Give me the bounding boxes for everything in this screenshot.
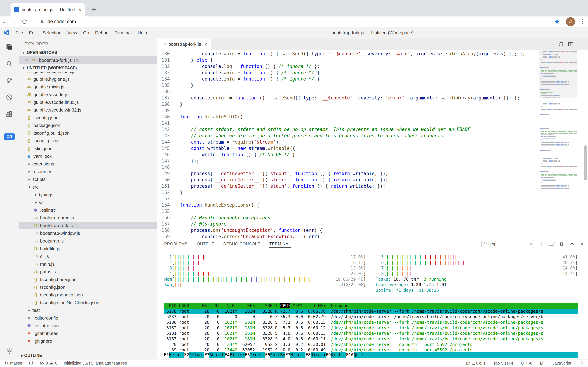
tree-item--mention-bot[interactable]: .mention-bot <box>19 345 157 347</box>
menu-help[interactable]: Help <box>135 30 150 35</box>
tree-item--eslintrc[interactable]: .eslintrc <box>19 206 157 214</box>
browser-menu-icon[interactable] <box>581 18 583 25</box>
url-field[interactable]: ide.coder.com <box>47 19 76 24</box>
tree-item-cli-js[interactable]: JScli.js <box>19 252 157 260</box>
tree-item-extensions[interactable]: ▸extensions <box>19 160 157 168</box>
tree-item-test[interactable]: ▸test <box>19 306 157 314</box>
new-terminal-icon[interactable]: + <box>539 240 543 247</box>
tree-item--gitattributes[interactable]: .gitattributes <box>19 330 157 337</box>
settings-gear-icon[interactable] <box>0 348 19 355</box>
panel-tab-debug-console[interactable]: DEBUG CONSOLE <box>223 240 261 247</box>
tree-item-gulpfile-hygiene-js[interactable]: JSgulpfile.hygiene.js <box>19 75 157 83</box>
encoding[interactable]: UTF-8 <box>521 361 532 366</box>
process-row-5181[interactable]: 5181 root 20 0 1021M 181M 3328 S 4.6 0.6… <box>164 331 578 336</box>
tree-item-vs[interactable]: ▸vs <box>19 199 157 206</box>
fkey-f1[interactable]: F1Help <box>164 352 184 358</box>
minimap[interactable] <box>539 50 578 238</box>
tree-item-bootstrap-window-js[interactable]: JSbootstrap-window.js <box>19 229 157 237</box>
cursor-position[interactable]: Ln 1, Col 1 <box>466 361 486 366</box>
tree-item-package-json[interactable]: {}package.json <box>19 122 157 129</box>
tree-item-yarn-lock[interactable]: yarn.lock <box>19 152 157 160</box>
search-icon[interactable] <box>0 55 18 72</box>
tree-item-bootstrap-amd-js[interactable]: JSbootstrap-amd.js <box>19 214 157 222</box>
git-branch-status[interactable]: master <box>4 361 22 366</box>
fkey-f3[interactable]: F3Search <box>204 352 224 358</box>
workspace-header[interactable]: ▾ UNTITLED (WORKSPACE) <box>19 64 157 72</box>
fkey-f2[interactable]: F2Setup <box>184 352 205 358</box>
tree-item-tsconfig-base-json[interactable]: {}tsconfig.base.json <box>19 275 157 283</box>
menu-view[interactable]: View <box>64 30 80 35</box>
tree-item-bootstrap-fork-js[interactable]: JSbootstrap-fork.js <box>19 222 157 229</box>
open-editors-header[interactable]: ▾ OPEN EDITORS <box>19 49 157 56</box>
kill-terminal-icon[interactable] <box>559 241 564 247</box>
terminal[interactable]: 1[||||||||||||17.8%]2[|||||||||||16.1%]3… <box>157 250 588 359</box>
fkey-f6[interactable]: F6SortBy <box>265 352 285 358</box>
page-scrollbar-thumb[interactable] <box>584 145 587 180</box>
panel-tab-problems[interactable]: PROBLEMS <box>164 240 188 247</box>
tree-item-tsconfig-monaco-json[interactable]: {}tsconfig.monaco.json <box>19 291 157 299</box>
menu-file[interactable]: File <box>13 30 26 35</box>
tab-close-icon[interactable]: × <box>78 7 81 12</box>
menu-terminal[interactable]: Terminal <box>111 30 135 35</box>
fkey-f7[interactable]: F7Nice - <box>285 352 306 358</box>
tree-item--gitignore[interactable]: .gitignore <box>19 337 157 345</box>
tree-item-tsconfig-json[interactable]: {}tsconfig.json <box>19 283 157 291</box>
more-actions-icon[interactable]: … <box>578 41 584 48</box>
split-editor-icon[interactable] <box>568 42 573 47</box>
outline-header[interactable]: ▸ OUTLINE <box>19 352 157 359</box>
process-row-5180[interactable]: 5180 root 20 0 1021M 181M 3328 S 7.3 0.6… <box>164 320 578 325</box>
fkey-f9[interactable]: F9Kill <box>326 352 346 358</box>
open-editor-item[interactable]: × JS bootstrap-fork.js src <box>19 56 157 64</box>
tree-item--eslintrc-json[interactable]: .eslintrc.json <box>19 322 157 330</box>
menu-debug[interactable]: Debug <box>92 30 111 35</box>
back-icon[interactable]: ← <box>0 18 10 25</box>
menu-go[interactable]: Go <box>80 30 92 35</box>
tab-close-icon[interactable]: × <box>204 41 207 47</box>
process-row-5233[interactable]: 5233 root 20 0 0 0 0 Z 36.3 0.0 0:02.79 … <box>164 314 578 320</box>
tree-item-bootstrap-js[interactable]: JSbootstrap.js <box>19 237 157 245</box>
reload-icon[interactable] <box>20 19 29 25</box>
problems-status[interactable]: 0 0 <box>40 361 58 366</box>
terminal-picker[interactable]: 1: htop ▴▾ <box>481 240 534 248</box>
panel-tab-output[interactable]: OUTPUT <box>196 240 215 247</box>
tree-item-gulpfile-mixin-js[interactable]: JSgulpfile.mixin.js <box>19 83 157 91</box>
fkey-f8[interactable]: F8Nice + <box>306 352 326 358</box>
process-row-5178[interactable]: 5178 root 20 0 1021M 181M 3328 R 72.7 0.… <box>164 309 578 314</box>
sync-status-icon[interactable] <box>29 361 33 366</box>
tree-item-tsconfig-json[interactable]: {}tsconfig.json <box>19 137 157 145</box>
new-tab-button[interactable]: + <box>89 5 99 14</box>
process-row-5182[interactable]: 5182 root 20 0 1021M 181M 3328 R 5.3 0.6… <box>164 325 578 331</box>
close-icon[interactable]: × <box>25 58 28 63</box>
fkey-f5[interactable]: F5Tree <box>245 352 265 358</box>
tree-item-gulpfile-vscode-win32-js[interactable]: JSgulpfile.vscode.win32.js <box>19 106 157 114</box>
tree-item-gulpfile-vscode-linux-js[interactable]: JSgulpfile.vscode.linux.js <box>19 98 157 106</box>
tree-item-resources[interactable]: ▸resources <box>19 168 157 175</box>
bookmark-star-icon[interactable] <box>554 19 560 25</box>
process-row-5183[interactable]: 5183 root 20 0 1021M 181M 3328 S 4.0 0.6… <box>164 336 578 342</box>
process-row-20[interactable]: 20 root 20 0 1344M 62052 1952 S 3.3 0.2 … <box>164 342 578 348</box>
close-panel-icon[interactable]: × <box>580 241 583 247</box>
tree-item-gulpfile-extensions-js[interactable]: JSgulpfile.extensions.js <box>19 72 157 75</box>
panel-tab-terminal[interactable]: TERMINAL <box>269 240 291 248</box>
off-toggle-badge[interactable]: Off <box>4 133 15 140</box>
language-mode[interactable]: JavaScript <box>553 361 571 366</box>
editor-tab[interactable]: JS bootstrap-fork.js × <box>157 39 211 50</box>
fkey-f4[interactable]: F4Filter <box>224 352 245 358</box>
browser-tab[interactable]: bootstrap-fork.js — Untitled (W × <box>10 3 85 17</box>
tree-item-src[interactable]: ▾src <box>19 183 157 191</box>
tree-item-main-js[interactable]: JSmain.js <box>19 260 157 268</box>
extensions-icon[interactable] <box>0 106 18 123</box>
tab-size[interactable]: Tab Size: 4 <box>493 361 513 366</box>
menu-edit[interactable]: Edit <box>26 30 40 35</box>
tree-item--editorconfig[interactable]: .editorconfig <box>19 314 157 322</box>
process-table-header[interactable]: PID USER PRI NI VIRT RES SHR S CPU% MEM%… <box>164 303 578 309</box>
bell-icon[interactable] <box>579 361 583 366</box>
tree-item-jsconfig-json[interactable]: {}jsconfig.json <box>19 114 157 122</box>
tree-item-tsconfig-strictnullchecks-json[interactable]: {}tsconfig.strictNullChecks.json <box>19 299 157 306</box>
padlock-icon[interactable] <box>40 19 44 24</box>
tree-item-tslint-json[interactable]: {}tslint.json <box>19 145 157 152</box>
eol[interactable]: LF <box>540 361 545 366</box>
forward-icon[interactable]: → <box>10 18 20 25</box>
code-editor[interactable]: 1301311321331341351361371381391401411421… <box>157 50 588 238</box>
tree-item-buildfile-js[interactable]: JSbuildfile.js <box>19 245 157 252</box>
